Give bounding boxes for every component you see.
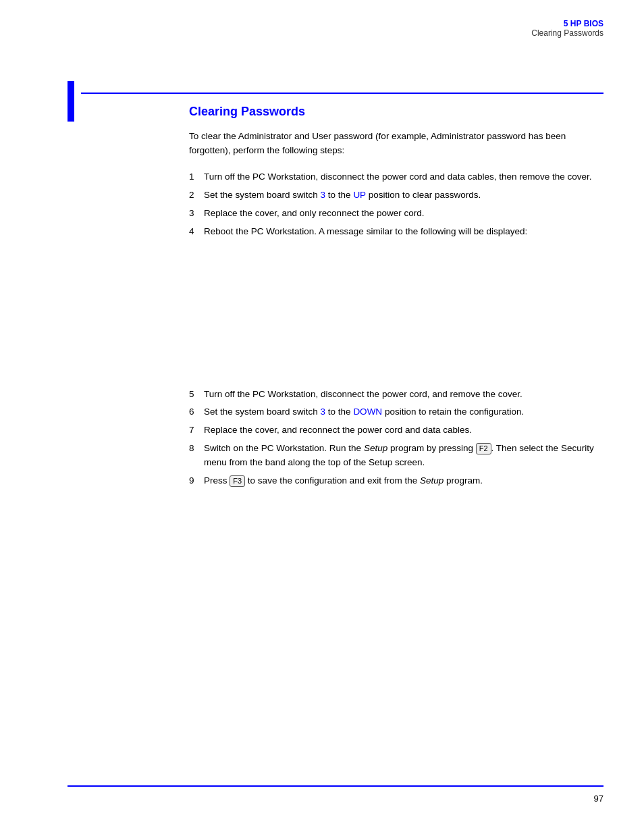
sidebar-accent-bar xyxy=(68,81,74,122)
list-item: 8 Switch on the PC Workstation. Run the … xyxy=(189,442,603,470)
step-text: Set the system board switch 3 to the DOW… xyxy=(204,405,603,419)
link-up: UP xyxy=(353,190,366,200)
italic-setup2: Setup xyxy=(420,475,444,486)
steps-initial-list: 1 Turn off the PC Workstation, disconnec… xyxy=(189,170,603,239)
f2-key: F2 xyxy=(476,443,491,454)
list-item: 5 Turn off the PC Workstation, disconnec… xyxy=(189,388,603,402)
italic-setup: Setup xyxy=(364,443,387,453)
page-number: 97 xyxy=(594,793,603,804)
step-text: Set the system board switch 3 to the UP … xyxy=(204,188,603,203)
list-item: 1 Turn off the PC Workstation, disconnec… xyxy=(189,170,603,184)
list-item: 9 Press F3 to save the configuration and… xyxy=(189,474,603,488)
step-number: 4 xyxy=(189,225,204,239)
step-number: 2 xyxy=(189,188,204,203)
step-number: 5 xyxy=(189,388,204,402)
list-item: 7 Replace the cover, and reconnect the p… xyxy=(189,423,603,438)
step-number: 3 xyxy=(189,207,204,221)
list-item: 4 Reboot the PC Workstation. A message s… xyxy=(189,225,603,239)
step-number: 7 xyxy=(189,423,204,438)
link-down: DOWN xyxy=(353,407,382,417)
step-text: Replace the cover, and reconnect the pow… xyxy=(204,423,603,438)
step-text: Replace the cover, and only reconnect th… xyxy=(204,207,603,221)
list-item: 3 Replace the cover, and only reconnect … xyxy=(189,207,603,221)
page-header: 5 HP BIOS Clearing Passwords xyxy=(531,19,603,38)
chapter-label: 5 HP BIOS xyxy=(531,19,603,28)
step-text: Turn off the PC Workstation, disconnect … xyxy=(204,388,603,402)
step-text: Press F3 to save the configuration and e… xyxy=(204,474,603,488)
list-item: 6 Set the system board switch 3 to the D… xyxy=(189,405,603,419)
intro-paragraph: To clear the Administrator and User pass… xyxy=(189,130,603,158)
steps-continuation-list: 5 Turn off the PC Workstation, disconnec… xyxy=(189,388,603,489)
f3-key: F3 xyxy=(230,475,245,487)
step-number: 1 xyxy=(189,170,204,184)
step-number: 8 xyxy=(189,442,204,456)
step-text: Switch on the PC Workstation. Run the Se… xyxy=(204,442,603,470)
bottom-rule xyxy=(68,785,603,787)
section-title: Clearing Passwords xyxy=(189,105,603,119)
step-text: Reboot the PC Workstation. A message sim… xyxy=(204,225,603,239)
section-label: Clearing Passwords xyxy=(531,28,603,38)
top-rule xyxy=(81,93,603,94)
step-number: 6 xyxy=(189,405,204,419)
step-text: Turn off the PC Workstation, disconnect … xyxy=(204,170,603,184)
step-number: 9 xyxy=(189,474,204,488)
link-3: 3 xyxy=(321,190,326,200)
image-placeholder xyxy=(189,253,603,374)
page: 5 HP BIOS Clearing Passwords 97 Clearing… xyxy=(0,0,644,834)
main-content: Clearing Passwords To clear the Administ… xyxy=(189,105,603,492)
link-3b: 3 xyxy=(321,407,326,417)
list-item: 2 Set the system board switch 3 to the U… xyxy=(189,188,603,203)
